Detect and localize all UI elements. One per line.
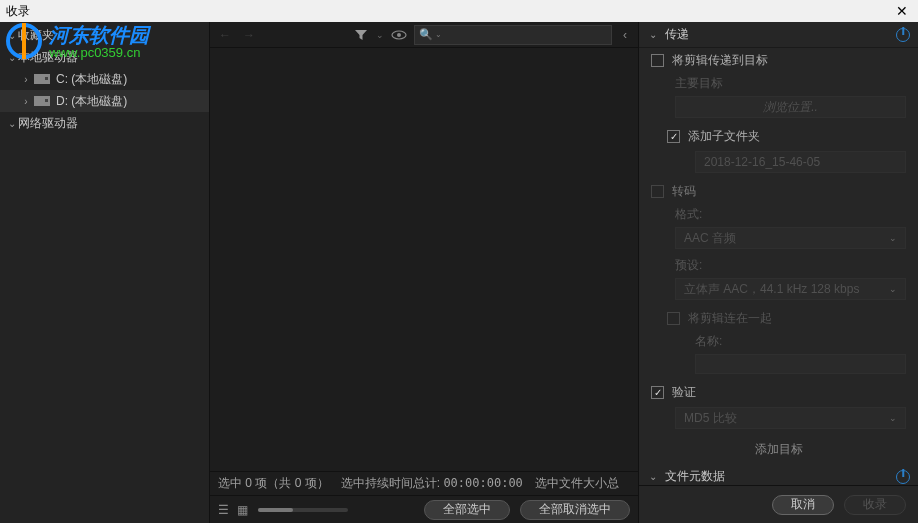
- bottom-bar: ☰ ▦ 全部选中 全部取消选中: [210, 495, 638, 523]
- preset-dropdown[interactable]: 立体声 AAC，44.1 kHz 128 kbps ⌄: [675, 278, 906, 300]
- forward-icon[interactable]: →: [240, 26, 258, 44]
- tree-label: 网络驱动器: [18, 115, 78, 132]
- tree-label: 本地驱动器: [18, 49, 78, 66]
- chevron-right-icon: ›: [20, 96, 32, 107]
- drive-icon: [34, 96, 50, 106]
- opt-send-to-target[interactable]: 将剪辑传递到目标: [639, 48, 918, 73]
- section-transfer[interactable]: ⌄ 传递: [639, 22, 918, 48]
- tree-label: D: (本地磁盘): [56, 93, 127, 110]
- power-icon[interactable]: [896, 470, 910, 484]
- section-metadata[interactable]: ⌄ 文件元数据: [639, 464, 918, 485]
- drive-icon: [34, 74, 50, 84]
- add-target-button[interactable]: 添加目标: [639, 435, 918, 464]
- window-title: 收录: [6, 3, 892, 20]
- opt-add-subfolder[interactable]: 添加子文件夹: [639, 124, 918, 149]
- browse-location-button[interactable]: 浏览位置..: [675, 96, 906, 118]
- close-icon[interactable]: ✕: [892, 3, 912, 19]
- search-input[interactable]: 🔍 ⌄: [414, 25, 612, 45]
- tree-network-drives[interactable]: ⌄ 网络驱动器: [0, 112, 209, 134]
- section-title: 文件元数据: [665, 468, 725, 485]
- status-duration: 选中持续时间总计: 00:00:00:00: [341, 475, 523, 492]
- chevron-down-icon: ⌄: [889, 284, 897, 294]
- chevron-down-icon: ⌄: [6, 52, 18, 63]
- chevron-down-icon: ⌄: [889, 413, 897, 423]
- checkbox-icon[interactable]: [651, 386, 664, 399]
- status-bar: 选中 0 项（共 0 项） 选中持续时间总计: 00:00:00:00 选中文件…: [210, 471, 638, 495]
- cancel-button[interactable]: 取消: [772, 495, 834, 515]
- power-icon[interactable]: [896, 28, 910, 42]
- ingest-button[interactable]: 收录: [844, 495, 906, 515]
- tree-favorites[interactable]: ⌄ 收藏夹: [0, 24, 209, 46]
- opt-verify[interactable]: 验证: [639, 380, 918, 405]
- checkbox-icon[interactable]: [651, 54, 664, 67]
- back-icon[interactable]: ←: [216, 26, 234, 44]
- tree-label: 收藏夹: [18, 27, 54, 44]
- svg-point-1: [397, 33, 401, 37]
- name-input[interactable]: [695, 354, 906, 374]
- zoom-slider[interactable]: [258, 508, 348, 512]
- label-name: 名称:: [639, 331, 918, 352]
- grid-view-icon[interactable]: ▦: [237, 503, 248, 517]
- tree-local-drives[interactable]: ⌄ 本地驱动器: [0, 46, 209, 68]
- verify-dropdown[interactable]: MD5 比较 ⌄: [675, 407, 906, 429]
- filter-icon[interactable]: [352, 26, 370, 44]
- chevron-down-icon: ⌄: [647, 471, 659, 482]
- tree-drive-d[interactable]: › D: (本地磁盘): [0, 90, 209, 112]
- subfolder-value[interactable]: 2018-12-16_15-46-05: [695, 151, 906, 173]
- opt-transcode[interactable]: 转码: [639, 179, 918, 204]
- select-all-button[interactable]: 全部选中: [424, 500, 510, 520]
- tree-label: C: (本地磁盘): [56, 71, 127, 88]
- chevron-down-icon: ⌄: [647, 29, 659, 40]
- chevron-down-icon: ⌄: [6, 30, 18, 41]
- filter-arrow-icon: ⌄: [376, 30, 384, 40]
- section-title: 传递: [665, 26, 689, 43]
- chevron-right-icon: ›: [20, 74, 32, 85]
- chevron-down-icon: ⌄: [889, 233, 897, 243]
- toggle-panel-icon[interactable]: ‹: [618, 28, 632, 42]
- search-icon: 🔍: [419, 28, 433, 41]
- label-format: 格式:: [639, 204, 918, 225]
- label-primary-target: 主要目标: [639, 73, 918, 94]
- opt-join-clips[interactable]: 将剪辑连在一起: [639, 306, 918, 331]
- tree-drive-c[interactable]: › C: (本地磁盘): [0, 68, 209, 90]
- list-view-icon[interactable]: ☰: [218, 503, 229, 517]
- visibility-icon[interactable]: [390, 26, 408, 44]
- file-browser[interactable]: [210, 48, 638, 471]
- chevron-down-icon: ⌄: [6, 118, 18, 129]
- toolbar: ← → ⌄ 🔍 ⌄ ‹: [210, 22, 638, 48]
- checkbox-icon[interactable]: [667, 312, 680, 325]
- checkbox-icon[interactable]: [651, 185, 664, 198]
- search-dropdown-icon: ⌄: [435, 30, 442, 39]
- sidebar: ⌄ 收藏夹 ⌄ 本地驱动器 › C: (本地磁盘) › D: (本地磁盘) ⌄ …: [0, 22, 210, 523]
- label-preset: 预设:: [639, 255, 918, 276]
- status-selected: 选中 0 项（共 0 项）: [218, 475, 329, 492]
- status-size: 选中文件大小总: [535, 475, 619, 492]
- deselect-all-button[interactable]: 全部取消选中: [520, 500, 630, 520]
- checkbox-icon[interactable]: [667, 130, 680, 143]
- format-dropdown[interactable]: AAC 音频 ⌄: [675, 227, 906, 249]
